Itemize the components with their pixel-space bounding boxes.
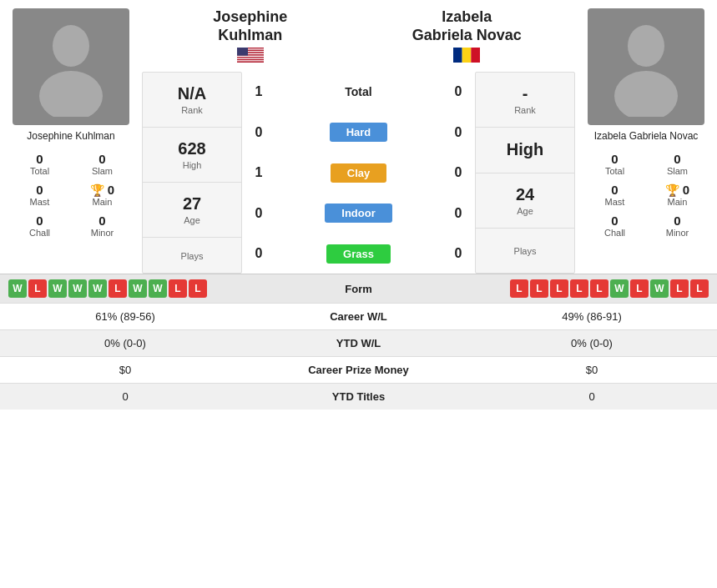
svg-rect-17	[462, 48, 472, 63]
names-row: Josephine Kuhlman	[142, 0, 575, 65]
ytd-wl-label: YTD W/L	[242, 337, 475, 349]
player2-prize: $0	[475, 364, 709, 376]
prize-row: $0 Career Prize Money $0	[0, 356, 717, 383]
player2-flag	[359, 48, 576, 65]
player1-slam: 0 Slam	[71, 148, 134, 179]
player2-total: 0 Total	[583, 148, 646, 179]
form-badge: W	[610, 279, 629, 298]
score-table: 1 Total 0 0 Hard 0 1 Clay 0	[242, 72, 475, 274]
form-badge: W	[48, 279, 67, 298]
form-badge: L	[630, 279, 649, 298]
player1-stats: 0 Total 0 Slam 0 Mast	[8, 148, 134, 241]
svg-rect-15	[237, 48, 248, 56]
svg-rect-16	[453, 48, 462, 63]
svg-rect-13	[237, 60, 264, 61]
score-row-grass: 0 Grass 0	[250, 234, 467, 274]
svg-rect-10	[237, 57, 264, 58]
score-row-total: 1 Total 0	[250, 72, 467, 112]
player1-age-box: 27 Age	[143, 183, 241, 238]
player2-name-top: Izabela Gabriela Novac	[359, 8, 576, 65]
form-badge: W	[88, 279, 107, 298]
form-badge: W	[8, 279, 27, 298]
player2-stats-box: - Rank High 24 Age Plays	[475, 72, 575, 274]
player2-column: Izabela Gabriela Novac 0 Total 0 Slam 0 …	[575, 0, 717, 274]
player2-minor: 0 Minor	[646, 210, 709, 241]
player1-stats-box: N/A Rank 628 High 27 Age Plays	[142, 72, 242, 274]
career-wl-row: 61% (89-56) Career W/L 49% (86-91)	[0, 303, 717, 329]
form-badge: W	[650, 279, 669, 298]
svg-rect-14	[237, 62, 264, 63]
trophy-icon-2: 🏆	[665, 183, 679, 197]
player2-mast: 0 Mast	[583, 179, 646, 210]
player1-avatar	[13, 8, 129, 125]
form-badge: L	[590, 279, 608, 298]
svg-rect-11	[237, 58, 264, 59]
player1-trophy: 🏆 0 Main	[71, 179, 134, 210]
player2-slam: 0 Slam	[646, 148, 709, 179]
player1-name-under: Josephine Kuhlman	[27, 130, 114, 142]
player2-ytd-wl: 0% (0-0)	[475, 337, 709, 349]
player2-chall: 0 Chall	[583, 210, 646, 241]
form-badge: L	[510, 279, 528, 298]
svg-point-1	[39, 71, 103, 117]
svg-point-0	[53, 25, 89, 67]
form-badge: L	[570, 279, 588, 298]
form-badge: L	[670, 279, 689, 298]
main-container: Josephine Kuhlman 0 Total 0 Slam 0 M	[0, 0, 717, 410]
form-badge: L	[189, 279, 207, 298]
player1-name-top: Josephine Kuhlman	[142, 8, 359, 65]
form-badge: L	[550, 279, 568, 298]
player1-high-box: 628 High	[143, 128, 241, 183]
ytd-titles-label: YTD Titles	[242, 390, 475, 403]
score-row-indoor: 0 Indoor 0	[250, 193, 467, 233]
form-badge: W	[149, 279, 167, 298]
form-badge: L	[109, 279, 127, 298]
score-row-hard: 0 Hard 0	[250, 113, 467, 153]
career-wl-label: Career W/L	[242, 310, 475, 323]
trophy-icon: 🏆	[90, 183, 104, 197]
prize-label: Career Prize Money	[242, 364, 475, 376]
player1-mast: 0 Mast	[8, 179, 71, 210]
player1-prize: $0	[8, 364, 242, 376]
svg-rect-9	[237, 56, 264, 57]
player1-ytd-titles: 0	[8, 390, 242, 403]
player2-ytd-titles: 0	[475, 390, 709, 403]
form-badge: L	[530, 279, 548, 298]
svg-rect-18	[472, 48, 481, 63]
player1-flag	[142, 48, 359, 65]
player1-form: WLWWWLWWLL	[8, 279, 207, 298]
player1-ytd-wl: 0% (0-0)	[8, 337, 242, 349]
score-row-clay: 1 Clay 0	[250, 153, 467, 193]
player1-rank-box: N/A Rank	[143, 73, 241, 128]
player2-form: LLLLLWLWLL	[510, 279, 709, 298]
player2-high-box: High	[476, 128, 574, 173]
players-section: Josephine Kuhlman 0 Total 0 Slam 0 M	[0, 0, 717, 274]
player1-total: 0 Total	[8, 148, 71, 179]
player1-minor: 0 Minor	[71, 210, 134, 241]
center-column: Josephine Kuhlman	[142, 0, 575, 274]
stats-and-scores: N/A Rank 628 High 27 Age Plays	[142, 72, 575, 274]
player2-name-under: Izabela Gabriela Novac	[594, 130, 699, 142]
player1-plays-box: Plays	[143, 238, 241, 273]
form-badge: L	[690, 279, 709, 298]
player2-stats: 0 Total 0 Slam 0 Mast 🏆 0	[583, 148, 709, 241]
svg-point-20	[614, 71, 678, 117]
form-badge: L	[169, 279, 187, 298]
form-label: Form	[345, 283, 372, 295]
ytd-titles-row: 0 YTD Titles 0	[0, 383, 717, 410]
form-row: WLWWWLWWLL Form LLLLLWLWLL	[0, 274, 717, 303]
form-badge: W	[68, 279, 87, 298]
form-badge: L	[28, 279, 47, 298]
player1-column: Josephine Kuhlman 0 Total 0 Slam 0 M	[0, 0, 142, 274]
form-badge: W	[129, 279, 147, 298]
svg-point-19	[628, 25, 664, 67]
player2-trophy: 🏆 0 Main	[646, 179, 709, 210]
player1-chall: 0 Chall	[8, 210, 71, 241]
svg-rect-12	[237, 59, 264, 60]
player2-rank-box: - Rank	[476, 73, 574, 128]
player2-age-box: 24 Age	[476, 173, 574, 229]
player2-avatar	[588, 8, 704, 125]
player2-plays-box: Plays	[476, 229, 574, 274]
player2-career-wl: 49% (86-91)	[475, 310, 709, 323]
player1-career-wl: 61% (89-56)	[8, 310, 242, 323]
